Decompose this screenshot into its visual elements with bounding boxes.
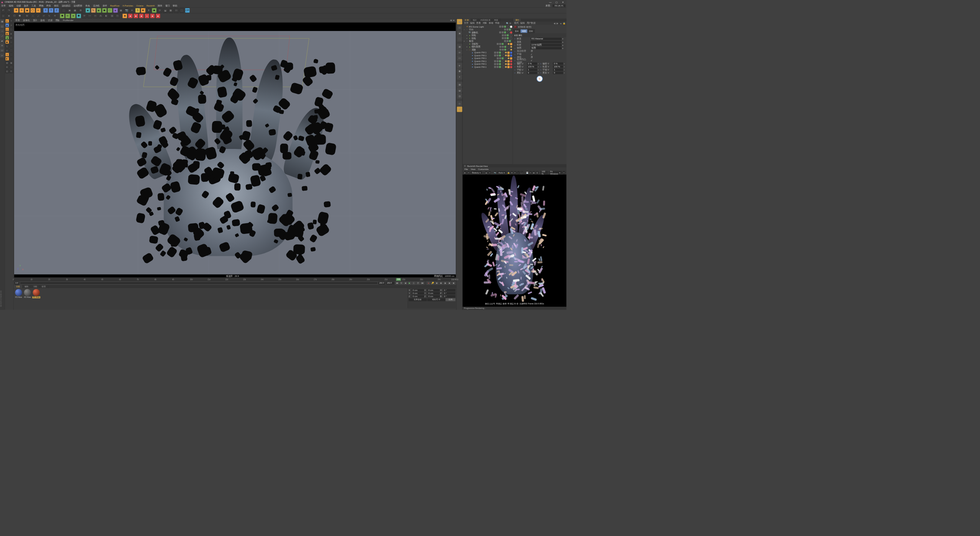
cube-primitive-button[interactable]: ◆ <box>85 8 90 13</box>
rf-3[interactable]: ● <box>134 13 139 18</box>
attr-subtab-2[interactable]: 坐标 <box>528 29 534 33</box>
rail-icon-4[interactable]: ⬚ <box>457 36 462 42</box>
menu-网格[interactable]: 网格 <box>39 4 44 7</box>
rail-icon-13[interactable]: ▥ <box>457 93 462 99</box>
palette-btn-25[interactable]: ⊡ <box>10 69 13 73</box>
rs-ipr-icon[interactable]: ◉ <box>485 171 487 174</box>
coord-Z-size[interactable]: 0 cm <box>428 295 440 297</box>
tree-row-9[interactable]: ▲Quartz FM.1 <box>463 51 513 54</box>
attr-field-11b[interactable]: 0 <box>553 72 563 74</box>
palette-btn-2[interactable]: ▣ <box>5 23 9 27</box>
palette-btn-8[interactable]: ◆ <box>5 36 9 40</box>
menu-插件[interactable]: 插件 <box>102 4 108 7</box>
mograph-cloner[interactable]: ⬢ <box>60 13 65 18</box>
goto-end-button[interactable]: ⏭ <box>421 281 424 285</box>
camera-button[interactable]: 📷 <box>124 8 129 13</box>
sel-filter-2[interactable]: ◈ <box>7 13 11 18</box>
palette-btn-14[interactable]: ⊙ <box>5 49 9 52</box>
rs-menu-File[interactable]: File <box>464 168 468 170</box>
attr-chk-7[interactable]: ✓ <box>531 59 532 62</box>
material-2[interactable]: RS Mate <box>32 289 40 300</box>
redo-button[interactable]: ↷ <box>7 8 11 13</box>
attr-field-0[interactable]: RS Material <box>531 38 562 40</box>
obj-menu-标签[interactable]: 标签 <box>489 22 493 25</box>
menu-创建[interactable]: 创建 <box>16 4 21 7</box>
vp-menu-面板[interactable]: 面板 <box>56 19 60 22</box>
coord-Y-pos[interactable]: 0 cm <box>412 292 424 294</box>
rf-4[interactable]: ● <box>139 13 144 18</box>
motion-button[interactable]: ⟳ <box>157 8 162 13</box>
palette-btn-21[interactable]: ▩ <box>10 61 13 65</box>
vp-menu-摄像机[interactable]: 摄像机 <box>23 19 29 22</box>
key-param-button[interactable]: ◆ <box>448 281 451 285</box>
prev-key-button[interactable]: ⟲ <box>400 281 403 285</box>
subdiv-button[interactable]: ◉ <box>96 8 101 13</box>
attr-back-icon[interactable]: ◀ <box>554 22 556 25</box>
layout-selector[interactable]: RS (用户) <box>552 4 565 7</box>
coord-mode-1[interactable]: 世界坐标 <box>409 298 427 301</box>
effector-time[interactable]: ◷ <box>115 13 120 18</box>
workplane-button[interactable]: ⬚ <box>180 8 185 13</box>
attr-field-8b[interactable]: 0 % <box>553 62 563 65</box>
rail-icon-14[interactable]: ⊙ <box>457 101 462 106</box>
rail-icon-8[interactable]: ◈ <box>457 63 462 68</box>
menu-Redshift[interactable]: Redshift <box>146 5 155 7</box>
obj-tab-2[interactable]: 内容浏览器 <box>479 19 492 22</box>
recent-tool-button[interactable]: ✦ <box>36 8 41 13</box>
timeline-slider[interactable] <box>20 283 377 284</box>
palette-btn-5[interactable]: ⬚ <box>10 28 13 31</box>
menu-脚本[interactable]: 脚本 <box>157 4 163 7</box>
effector-plain[interactable]: ▭ <box>93 13 98 18</box>
rs-stop-button[interactable]: ⟳ <box>467 171 470 174</box>
effector-step[interactable]: ▥ <box>109 13 114 18</box>
rail-icon-5[interactable]: ▦ <box>457 44 462 49</box>
edge-mode-icon[interactable]: ⟋ <box>0 34 5 38</box>
snap-spline[interactable]: ∿ <box>47 13 52 18</box>
obj-tab-3[interactable]: 构造 <box>492 19 500 22</box>
obj-menu-文件[interactable]: 文件 <box>464 22 469 25</box>
attr-field-10a[interactable]: 1 <box>527 69 537 71</box>
rail-icon-11[interactable]: ▩ <box>457 82 462 87</box>
attr-tab-0[interactable]: 属性 <box>513 19 521 22</box>
rail-icon-6[interactable]: ⊞ <box>457 49 462 55</box>
palette-btn-15[interactable] <box>10 49 13 52</box>
palette-btn-23[interactable]: ⬚ <box>10 65 13 69</box>
coord-X-pos[interactable]: 0 cm <box>412 289 424 291</box>
attr-subtab-0[interactable]: 基本 <box>513 29 520 33</box>
key-pos-button[interactable]: ◆ <box>435 281 439 285</box>
mograph-text[interactable]: ⬣ <box>76 13 81 18</box>
vp-menu-过滤[interactable]: 过滤 <box>48 19 52 22</box>
rf-6[interactable]: ● <box>150 13 155 18</box>
sel-filter-3[interactable]: ⬡ <box>12 13 17 18</box>
xp-button[interactable]: ✱ <box>141 8 146 13</box>
mograph-spline[interactable]: 〰 <box>87 13 92 18</box>
rs-menu-View[interactable]: View <box>470 168 475 170</box>
rail-icon-7[interactable]: ⊡ <box>457 56 462 61</box>
palette-btn-9[interactable]: ⊡ <box>10 36 13 40</box>
menu-RealFlow[interactable]: RealFlow <box>110 5 120 7</box>
mat-tab-3[interactable]: 纹理 <box>39 285 48 288</box>
attr-field-11a[interactable]: 0 <box>527 72 537 74</box>
coord-H-rot[interactable]: 0 ° <box>443 289 456 291</box>
coord-P-rot[interactable]: 0 ° <box>443 292 456 294</box>
obj-menu-编辑[interactable]: 编辑 <box>470 22 475 25</box>
axis-y-button[interactable]: Y <box>49 8 54 13</box>
instance-button[interactable]: ⬡ <box>108 8 113 13</box>
palette-btn-4[interactable]: ◫ <box>5 28 9 31</box>
vp-config-icon[interactable]: ▾ <box>453 19 454 21</box>
menu-工具[interactable]: 工具 <box>31 4 36 7</box>
point-mode-icon[interactable]: ∴ <box>0 29 5 33</box>
mograph-matrix[interactable]: ⊞ <box>65 13 70 18</box>
rf-2[interactable]: ● <box>128 13 133 18</box>
rs-region2-icon[interactable]: ◯ <box>521 171 523 174</box>
axis-mode-icon[interactable]: ✛ <box>0 43 5 48</box>
attr-field-3[interactable]: 双面 <box>531 47 562 49</box>
play-button[interactable]: ▶ <box>408 281 412 285</box>
autokey-button[interactable]: 🔑 <box>431 281 434 285</box>
snap-axis[interactable]: ✛ <box>52 13 57 18</box>
menu-体积[interactable]: 体积 <box>54 4 59 7</box>
material-0[interactable]: RS Mate <box>15 289 23 300</box>
attr-field-8a[interactable]: 0 % <box>527 62 537 65</box>
palette-btn-18[interactable]: ◐ <box>5 57 9 61</box>
key-scale-button[interactable]: ◆ <box>439 281 443 285</box>
